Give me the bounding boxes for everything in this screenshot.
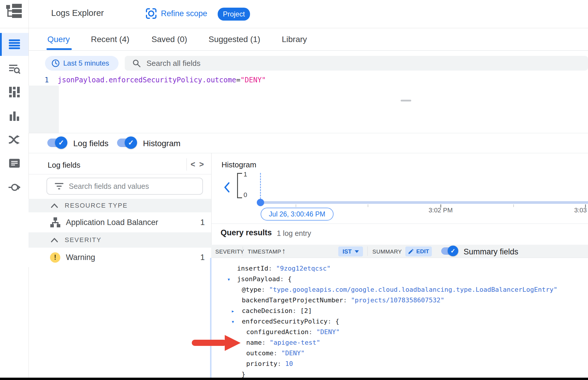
tab-saved[interactable]: Saved (0) — [151, 35, 187, 44]
collapse-caret-icon[interactable]: ▾ — [231, 316, 234, 327]
histogram-toggle[interactable]: ✓ — [117, 136, 137, 149]
json-line-name-highlighted[interactable]: name: "apigee-test" — [211, 337, 588, 348]
severity-row-count: 1 — [200, 253, 205, 262]
scope-project-badge[interactable]: Project — [218, 8, 250, 21]
timeline-tick — [513, 204, 514, 207]
log-fields-header-divider — [29, 174, 211, 174]
severity-row-label: Warning — [66, 253, 95, 262]
y-axis-min-label: 0 — [244, 191, 247, 199]
toggle-thumb-check-icon: ✓ — [125, 136, 137, 149]
json-key: backendTargetProjectNumber — [242, 296, 343, 304]
collapse-panel-icon[interactable]: < > — [191, 160, 205, 169]
nav-log-analytics-icon[interactable] — [0, 58, 29, 81]
query-results-count: 1 log entry — [277, 229, 311, 238]
severity-section-header[interactable]: SEVERITY — [29, 232, 211, 248]
section-header-label: RESOURCE TYPE — [65, 202, 128, 209]
json-line[interactable]: configuredAction: "DENY" — [211, 327, 588, 337]
nav-log-router-icon[interactable] — [0, 128, 29, 151]
selected-time-cursor — [260, 173, 261, 202]
annotation-arrow-shaft — [192, 340, 226, 346]
tab-library[interactable]: Library — [282, 35, 307, 44]
severity-row-warning[interactable]: ! Warning 1 — [29, 248, 211, 267]
time-range-chip[interactable]: Last 5 minutes — [45, 56, 119, 71]
json-line[interactable]: outcome: "DENY" — [211, 348, 588, 359]
column-timestamp[interactable]: TIMESTAMP — [248, 249, 281, 255]
json-key: priority — [246, 360, 277, 367]
expand-caret-icon[interactable]: ▸ — [231, 306, 234, 316]
query-editor-line[interactable]: jsonPayload.enforcedSecurityPolicy.outco… — [58, 75, 266, 85]
search-fields-input[interactable] — [68, 182, 197, 191]
json-line[interactable]: @type: "type.googleapis.com/google.cloud… — [211, 284, 588, 295]
query-operator: = — [236, 76, 240, 84]
json-key: cacheDecision — [242, 307, 292, 314]
tabs-divider — [29, 50, 588, 51]
histogram-scroll-left-icon[interactable] — [223, 182, 231, 194]
histogram-title: Histogram — [221, 160, 256, 169]
json-value: "projects/1078358607532" — [351, 296, 444, 304]
edit-button-label: EDIT — [416, 248, 429, 255]
summary-fields-label: Summary fields — [464, 247, 518, 256]
json-key: jsonPayload — [237, 275, 280, 283]
tab-recent[interactable]: Recent (4) — [91, 35, 129, 44]
tab-query[interactable]: Query — [47, 35, 70, 44]
query-results-title: Query results — [221, 228, 272, 237]
nav-log-metrics-icon[interactable] — [0, 105, 29, 128]
left-nav-rail — [0, 0, 29, 380]
json-line[interactable]: ▾jsonPayload: { — [211, 274, 588, 284]
json-line[interactable]: } — [211, 369, 588, 378]
editor-line-number: 1 — [35, 75, 49, 85]
toggle-thumb-check-icon: ✓ — [448, 246, 458, 256]
json-line[interactable]: ▾enforcedSecurityPolicy: { — [211, 316, 588, 327]
json-value: "DENY" — [316, 328, 339, 336]
timeline-label-302: 3:02 PM — [422, 206, 460, 214]
selected-time-dot[interactable] — [257, 199, 264, 206]
nav-log-pipeline-icon[interactable] — [0, 176, 29, 199]
summary-fields-toggle[interactable]: ✓ — [441, 245, 458, 256]
json-value: 10 — [285, 360, 293, 367]
search-all-fields-input[interactable] — [146, 59, 582, 68]
resource-row-count: 1 — [200, 218, 205, 227]
log-fields-toggle[interactable]: ✓ — [47, 136, 67, 149]
resource-row-label: Application Load Balancer — [66, 218, 158, 227]
tab-suggested[interactable]: Suggested (1) — [209, 35, 260, 44]
json-line[interactable]: ▸cacheDecision: [2] — [211, 306, 588, 316]
field-search-box[interactable] — [46, 178, 203, 195]
editor-gutter — [29, 86, 59, 133]
warning-icon: ! — [50, 252, 60, 263]
search-icon — [132, 59, 141, 67]
global-search-box[interactable] — [125, 56, 588, 71]
column-severity: SEVERITY — [215, 249, 244, 255]
y-axis-max-label: 1 — [244, 171, 247, 178]
histogram-timeline-bar[interactable] — [261, 201, 588, 204]
timeline-tick — [368, 204, 368, 207]
resource-row-load-balancer[interactable]: Application Load Balancer 1 — [29, 212, 211, 232]
log-fields-panel-title: Log fields — [48, 161, 80, 170]
json-value: "9zog12etqcsc" — [276, 265, 330, 272]
timezone-dropdown[interactable]: IST — [338, 246, 363, 256]
histogram-y-axis — [237, 173, 242, 198]
log-entry-json[interactable]: insertId: "9zog12etqcsc" ▾jsonPayload: {… — [211, 263, 588, 378]
nav-logs-explorer-icon[interactable] — [0, 33, 29, 56]
cloud-logging-logo-icon — [6, 3, 22, 19]
refine-scope-icon — [146, 8, 157, 20]
logs-explorer-screen: Logs Explorer Refine scope Project Query… — [0, 0, 588, 380]
refine-scope-button[interactable]: Refine scope — [161, 9, 207, 18]
nav-logs-storage-icon[interactable] — [0, 152, 29, 175]
json-line[interactable]: backendTargetProjectNumber: "projects/10… — [211, 295, 588, 306]
sort-ascending-icon[interactable]: ↑ — [282, 246, 286, 256]
editor-resize-handle[interactable] — [401, 100, 411, 101]
active-tab-underline — [46, 48, 72, 50]
json-key: name — [246, 339, 262, 346]
edit-summary-button[interactable]: EDIT — [405, 246, 432, 256]
filter-icon — [55, 182, 64, 190]
collapse-caret-icon[interactable]: ▾ — [227, 274, 230, 284]
nav-logs-dashboard-icon[interactable] — [0, 81, 29, 104]
resource-type-section-header[interactable]: RESOURCE TYPE — [29, 199, 211, 212]
log-fields-toggle-label: Log fields — [73, 139, 109, 148]
window-bottom-edge — [0, 378, 588, 380]
json-line[interactable]: insertId: "9zog12etqcsc" — [211, 263, 588, 274]
json-line[interactable]: priority: 10 — [211, 359, 588, 369]
column-summary: SUMMARY — [372, 249, 402, 255]
selected-time-pill[interactable]: Jul 26, 3:00:46 PM — [261, 208, 334, 221]
json-value: "apigee-test" — [269, 339, 320, 346]
